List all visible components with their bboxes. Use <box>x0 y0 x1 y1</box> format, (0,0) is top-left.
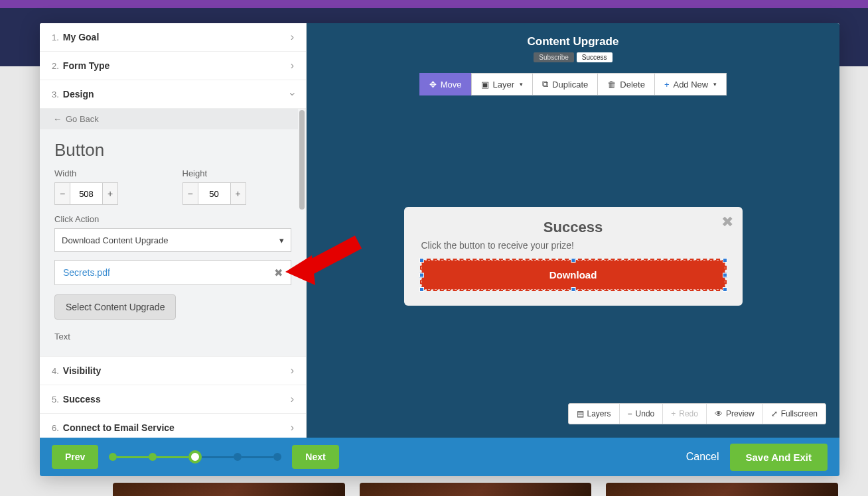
canvas[interactable]: Content Upgrade Subscribe Success ✥Move … <box>307 23 839 438</box>
cancel-button[interactable]: Cancel <box>686 451 719 463</box>
height-stepper[interactable]: − + <box>182 182 292 205</box>
eye-icon: 👁 <box>715 409 723 418</box>
caret-down-icon: ▾ <box>520 81 523 88</box>
undo-button[interactable]: −Undo <box>620 404 664 424</box>
duplicate-icon: ⧉ <box>542 79 548 90</box>
success-popup[interactable]: ✖ Success Click the button to receive yo… <box>404 207 743 306</box>
width-input[interactable] <box>70 182 102 205</box>
file-attachment: Secrets.pdf ✖ <box>54 260 291 285</box>
chevron-down-icon: › <box>286 92 298 95</box>
redo-button[interactable]: +Redo <box>663 404 707 424</box>
add-new-button[interactable]: +Add New▾ <box>654 73 727 95</box>
chevron-right-icon: › <box>291 393 294 405</box>
design-panel: ←Go Back Button Width − + <box>40 109 306 357</box>
step-my-goal[interactable]: 1.My Goal› <box>40 23 306 52</box>
sidebar: 1.My Goal› 2.Form Type› 3.Design› ←Go Ba… <box>40 23 307 438</box>
click-action-select[interactable]: Download Content Upgrade▾ <box>54 228 291 252</box>
canvas-toolbar: ✥Move ▣Layer▾ ⧉Duplicate 🗑Delete +Add Ne… <box>307 73 839 95</box>
width-stepper[interactable]: − + <box>54 182 164 205</box>
download-button[interactable]: Download <box>421 260 725 290</box>
tab-subscribe[interactable]: Subscribe <box>534 52 573 62</box>
save-and-exit-button[interactable]: Save And Exit <box>730 444 828 471</box>
scrollbar[interactable] <box>298 109 306 356</box>
layers-button[interactable]: ▤Layers <box>569 404 620 424</box>
height-input[interactable] <box>198 182 230 205</box>
chevron-right-icon: › <box>291 60 294 72</box>
step-visibility[interactable]: 4.Visibility› <box>40 357 306 385</box>
prev-button[interactable]: Prev <box>52 445 98 469</box>
progress-indicator <box>109 450 281 464</box>
chevron-right-icon: › <box>291 422 294 434</box>
panel-heading: Button <box>54 140 291 160</box>
redo-icon: + <box>671 409 676 418</box>
width-increment[interactable]: + <box>102 182 118 205</box>
trash-icon: 🗑 <box>607 80 616 90</box>
layer-icon: ▣ <box>481 80 489 90</box>
move-button[interactable]: ✥Move <box>419 73 471 95</box>
footer: Prev Next Cancel Save And Exit <box>40 438 839 476</box>
step-design[interactable]: 3.Design› <box>40 80 306 109</box>
plus-icon: + <box>664 80 670 90</box>
click-action-label: Click Action <box>54 214 291 224</box>
chevron-right-icon: › <box>291 31 294 43</box>
undo-icon: − <box>628 409 632 418</box>
bottom-toolbar: ▤Layers −Undo +Redo 👁Preview ⤢Fullscreen <box>568 403 826 424</box>
file-link[interactable]: Secrets.pdf <box>63 267 274 278</box>
width-label: Width <box>54 168 164 178</box>
text-label: Text <box>54 332 291 341</box>
arrow-left-icon: ← <box>53 114 62 124</box>
step-form-type[interactable]: 2.Form Type› <box>40 52 306 80</box>
step-connect-email[interactable]: 6.Connect to Email Service› <box>40 414 306 438</box>
width-decrement[interactable]: − <box>54 182 70 205</box>
close-icon[interactable]: ✖ <box>721 214 733 231</box>
canvas-title: Content Upgrade <box>307 35 839 48</box>
height-decrement[interactable]: − <box>182 182 198 205</box>
remove-file-icon[interactable]: ✖ <box>274 267 283 279</box>
popup-subtitle: Click the button to receive your prize! <box>421 240 725 251</box>
height-label: Height <box>182 168 292 178</box>
tab-success[interactable]: Success <box>577 52 613 62</box>
height-increment[interactable]: + <box>230 182 246 205</box>
preview-button[interactable]: 👁Preview <box>707 404 763 424</box>
expand-icon: ⤢ <box>771 409 778 418</box>
step-success[interactable]: 5.Success› <box>40 385 306 414</box>
next-button[interactable]: Next <box>292 445 338 469</box>
caret-down-icon: ▾ <box>279 235 284 245</box>
duplicate-button[interactable]: ⧉Duplicate <box>532 73 597 95</box>
select-content-upgrade-button[interactable]: Select Content Upgrade <box>54 294 176 320</box>
move-icon: ✥ <box>429 80 437 90</box>
caret-down-icon: ▾ <box>713 81 717 88</box>
delete-button[interactable]: 🗑Delete <box>597 73 654 95</box>
layers-icon: ▤ <box>577 409 584 418</box>
go-back-button[interactable]: ←Go Back <box>40 109 306 129</box>
fullscreen-button[interactable]: ⤢Fullscreen <box>763 404 826 424</box>
chevron-right-icon: › <box>291 365 294 377</box>
popup-title: Success <box>421 219 725 236</box>
layer-button[interactable]: ▣Layer▾ <box>471 73 533 95</box>
